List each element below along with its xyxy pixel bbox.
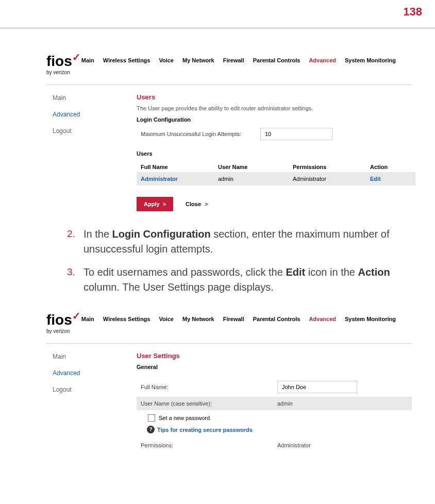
panel-title: Users: [137, 93, 415, 101]
set-password-label: Set a new password: [159, 415, 210, 421]
permissions-label: Permissions:: [141, 442, 277, 448]
instruction-2: 2. In the Login Configuration section, e…: [67, 227, 404, 257]
max-attempts-label: Maximum Unsuccessful Login Attempts:: [137, 131, 260, 137]
nav-firewall[interactable]: Firewall: [223, 57, 244, 63]
sidenav-logout[interactable]: Logout: [53, 386, 137, 393]
nav-wireless[interactable]: Wireless Settings: [103, 57, 150, 63]
instruction-number: 3.: [67, 265, 83, 295]
nav-mynetwork[interactable]: My Network: [182, 57, 214, 63]
max-attempts-input[interactable]: [260, 128, 332, 140]
logo-brand: fios✓: [46, 54, 72, 69]
nav-monitoring[interactable]: System Monitoring: [345, 316, 396, 322]
fullname-label: Full Name:: [141, 384, 277, 390]
divider: [0, 28, 435, 28]
logo: fios✓ by verizon: [46, 54, 72, 75]
username-value: admin: [277, 400, 293, 407]
sidenav-logout[interactable]: Logout: [53, 127, 137, 135]
screenshot-user-settings: fios✓ by verizon Main Wireless Settings …: [46, 313, 412, 452]
close-button[interactable]: Close >: [186, 201, 208, 207]
general-label: General: [137, 364, 412, 370]
apply-button[interactable]: Apply >: [137, 197, 173, 211]
table-row: Administrator admin Administrator Edit: [137, 172, 415, 186]
nav-advanced[interactable]: Advanced: [309, 57, 336, 63]
row-fullname[interactable]: Administrator: [141, 176, 218, 182]
divider: [46, 85, 412, 85]
page-number: 138: [0, 0, 435, 28]
side-nav: Main Advanced Logout: [46, 350, 137, 452]
max-attempts-row: Maximum Unsuccessful Login Attempts:: [137, 128, 415, 140]
row-permissions: Administrator: [293, 176, 370, 182]
chevron-right-icon: >: [203, 201, 208, 207]
tips-row[interactable]: ? Tips for creating secure passwords: [137, 424, 412, 439]
nav-wireless[interactable]: Wireless Settings: [103, 316, 150, 322]
nav-advanced[interactable]: Advanced: [309, 316, 336, 322]
panel-description: The User page provides the ability to ed…: [137, 105, 415, 111]
logo-byline: by verizon: [46, 70, 72, 75]
user-settings-panel: User Settings General Full Name: User Na…: [137, 350, 412, 452]
instruction-3: 3. To edit usernames and passwords, clic…: [67, 265, 404, 295]
users-panel: Users The User page provides the ability…: [137, 91, 415, 211]
nav-mynetwork[interactable]: My Network: [182, 316, 214, 322]
nav-voice[interactable]: Voice: [159, 316, 174, 322]
col-username: User Name: [218, 164, 293, 170]
top-nav: Main Wireless Settings Voice My Network …: [81, 54, 396, 63]
set-password-checkbox[interactable]: [148, 414, 155, 422]
col-action: Action: [370, 164, 411, 170]
tips-label: Tips for creating secure passwords: [157, 427, 253, 433]
username-label: User Name (case sensitive):: [141, 400, 277, 407]
side-nav: Main Advanced Logout: [46, 91, 137, 211]
col-permissions: Permissions: [293, 164, 370, 170]
col-fullname: Full Name: [141, 164, 218, 170]
panel-title: User Settings: [137, 352, 412, 360]
button-row: Apply > Close >: [137, 197, 415, 211]
screenshot-users: fios✓ by verizon Main Wireless Settings …: [46, 54, 412, 211]
users-section-label: Users: [137, 150, 415, 157]
nav-parental[interactable]: Parental Controls: [253, 57, 300, 63]
fullname-input[interactable]: [277, 381, 357, 393]
help-icon: ?: [147, 426, 155, 433]
sidenav-advanced[interactable]: Advanced: [53, 111, 137, 118]
check-icon: ✓: [72, 52, 81, 62]
row-username: admin: [218, 176, 293, 182]
general-section: General Full Name: User Name (case sensi…: [137, 364, 412, 452]
router-body: Main Advanced Logout Users The User page…: [46, 91, 412, 211]
instruction-number: 2.: [67, 227, 83, 257]
login-config-label: Login Configuration: [137, 116, 415, 123]
nav-firewall[interactable]: Firewall: [223, 316, 244, 322]
router-header: fios✓ by verizon Main Wireless Settings …: [46, 313, 412, 343]
logo: fios✓ by verizon: [46, 313, 72, 334]
username-row: User Name (case sensitive): admin: [137, 397, 412, 410]
users-table-header: Full Name User Name Permissions Action: [137, 162, 415, 172]
check-icon: ✓: [72, 311, 81, 321]
sidenav-main[interactable]: Main: [53, 353, 137, 360]
fullname-row: Full Name:: [137, 377, 412, 397]
router-header: fios✓ by verizon Main Wireless Settings …: [46, 54, 412, 85]
instruction-text: To edit usernames and passwords, click t…: [83, 265, 404, 295]
router-body: Main Advanced Logout User Settings Gener…: [46, 350, 412, 452]
instructions: 2. In the Login Configuration section, e…: [67, 227, 404, 295]
instruction-text: In the Login Configuration section, ente…: [83, 227, 404, 257]
sidenav-main[interactable]: Main: [53, 94, 137, 102]
nav-main[interactable]: Main: [81, 316, 94, 322]
set-password-row: Set a new password: [137, 410, 412, 424]
nav-monitoring[interactable]: System Monitoring: [345, 57, 396, 63]
top-nav: Main Wireless Settings Voice My Network …: [81, 313, 396, 322]
logo-brand: fios✓: [46, 313, 72, 327]
divider: [46, 343, 412, 344]
sidenav-advanced[interactable]: Advanced: [53, 369, 137, 377]
edit-link[interactable]: Edit: [370, 176, 411, 182]
permissions-value: Administrator: [277, 442, 311, 448]
nav-parental[interactable]: Parental Controls: [253, 316, 300, 322]
nav-voice[interactable]: Voice: [159, 57, 174, 63]
logo-byline: by verizon: [46, 328, 72, 334]
permissions-row: Permissions: Administrator: [137, 439, 412, 452]
nav-main[interactable]: Main: [81, 57, 94, 63]
